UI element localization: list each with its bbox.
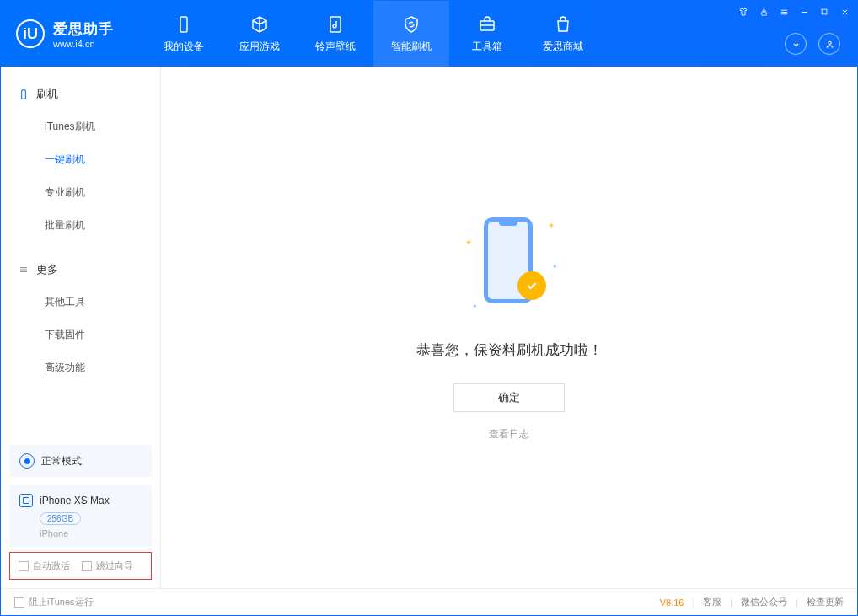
download-icon: [791, 39, 802, 50]
menu-icon[interactable]: [778, 6, 790, 18]
success-check-icon: [517, 271, 546, 300]
minimize-button[interactable]: [798, 6, 810, 18]
svg-rect-6: [22, 90, 26, 99]
ok-button[interactable]: 确定: [453, 383, 565, 412]
activation-checkbox-row: 自动激活 跳过向导: [9, 552, 152, 580]
device-small-icon: [19, 494, 33, 507]
footer-link-update[interactable]: 检查更新: [807, 596, 844, 608]
sparkle-icon: ✦: [472, 303, 478, 310]
storage-badge: 256GB: [40, 512, 81, 525]
sparkle-icon: ✦: [465, 238, 472, 247]
device-mode-box[interactable]: 正常模式: [9, 445, 152, 477]
app-url: www.i4.cn: [53, 39, 114, 49]
auto-activate-checkbox[interactable]: 自动激活: [19, 560, 70, 572]
main-content: ✦ ✦ ✦ ✦ 恭喜您，保资料刷机成功啦！ 确定 查看日志: [161, 67, 857, 588]
checkbox-icon: [19, 561, 29, 571]
tab-my-device[interactable]: 我的设备: [146, 1, 222, 67]
tab-toolbox[interactable]: 工具箱: [449, 1, 525, 67]
tab-label: 应用游戏: [239, 40, 280, 54]
version-label: V8.16: [660, 597, 684, 608]
svg-rect-0: [180, 17, 187, 32]
toolbox-icon: [477, 14, 497, 35]
sidebar-item-batch-flash[interactable]: 批量刷机: [1, 209, 160, 242]
maximize-button[interactable]: [818, 6, 830, 18]
svg-rect-4: [761, 12, 766, 15]
sidebar-item-itunes-flash[interactable]: iTunes刷机: [1, 110, 160, 143]
skip-wizard-checkbox[interactable]: 跳过向导: [82, 560, 133, 572]
download-button[interactable]: [785, 33, 807, 55]
tab-label: 我的设备: [164, 40, 204, 54]
shopping-bag-icon: [553, 14, 573, 35]
status-bar: 阻止iTunes运行 V8.16 | 客服 | 微信公众号 | 检查更新: [1, 588, 857, 615]
cube-icon: [249, 14, 270, 35]
device-icon: [174, 14, 194, 35]
refresh-shield-icon: [401, 14, 421, 35]
mode-label: 正常模式: [41, 454, 82, 469]
user-button[interactable]: [818, 33, 840, 55]
tab-smart-flash[interactable]: 智能刷机: [373, 1, 449, 67]
success-message: 恭喜您，保资料刷机成功啦！: [416, 340, 603, 360]
sidebar-item-other-tools[interactable]: 其他工具: [1, 286, 160, 319]
lock-icon[interactable]: [758, 6, 770, 18]
app-name: 爱思助手: [53, 19, 114, 39]
block-itunes-checkbox[interactable]: 阻止iTunes运行: [14, 596, 94, 608]
tab-ringtones-wallpapers[interactable]: 铃声壁纸: [298, 1, 373, 67]
tab-label: 铃声壁纸: [315, 40, 356, 54]
device-name: iPhone XS Max: [40, 495, 110, 506]
checkbox-icon: [14, 597, 24, 608]
svg-rect-5: [822, 9, 827, 14]
footer-link-wechat[interactable]: 微信公众号: [741, 596, 787, 608]
shirt-icon[interactable]: [737, 6, 749, 18]
user-icon: [824, 39, 835, 50]
menu-lines-icon: [18, 264, 29, 276]
phone-flash-icon: [18, 88, 29, 100]
app-logo-icon: iU: [16, 19, 45, 48]
logo-area: iU 爱思助手 www.i4.cn: [1, 1, 129, 67]
view-log-link[interactable]: 查看日志: [489, 427, 529, 442]
sparkle-icon: ✦: [548, 221, 555, 230]
music-file-icon: [325, 14, 346, 35]
sidebar-item-oneclick-flash[interactable]: 一键刷机: [1, 143, 160, 176]
close-button[interactable]: [839, 6, 850, 18]
tab-apps-games[interactable]: 应用游戏: [222, 1, 298, 67]
sidebar-item-pro-flash[interactable]: 专业刷机: [1, 176, 160, 209]
tab-label: 工具箱: [472, 40, 502, 54]
sidebar-section-flash: 刷机: [1, 78, 160, 110]
success-illustration: ✦ ✦ ✦ ✦: [458, 214, 560, 315]
sidebar-item-advanced[interactable]: 高级功能: [1, 351, 160, 384]
device-info-box[interactable]: iPhone XS Max 256GB iPhone: [9, 485, 152, 547]
sidebar-item-download-firmware[interactable]: 下载固件: [1, 319, 160, 351]
checkbox-icon: [82, 561, 92, 571]
tab-label: 智能刷机: [391, 40, 432, 54]
svg-point-3: [828, 41, 830, 44]
title-bar: iU 爱思助手 www.i4.cn 我的设备 应用游戏 铃声壁纸 智能刷机: [1, 1, 857, 67]
mode-indicator-icon: [19, 453, 35, 469]
tab-label: 爱思商城: [543, 40, 583, 54]
nav-tabs: 我的设备 应用游戏 铃声壁纸 智能刷机 工具箱 爱思商城: [146, 1, 601, 67]
device-type: iPhone: [40, 528, 142, 538]
sidebar: 刷机 iTunes刷机 一键刷机 专业刷机 批量刷机 更多 其他工具 下载固件 …: [1, 67, 161, 588]
tab-store[interactable]: 爱思商城: [525, 1, 601, 67]
sparkle-icon: ✦: [552, 263, 558, 271]
footer-link-support[interactable]: 客服: [703, 596, 721, 608]
sidebar-section-more: 更多: [1, 254, 160, 286]
